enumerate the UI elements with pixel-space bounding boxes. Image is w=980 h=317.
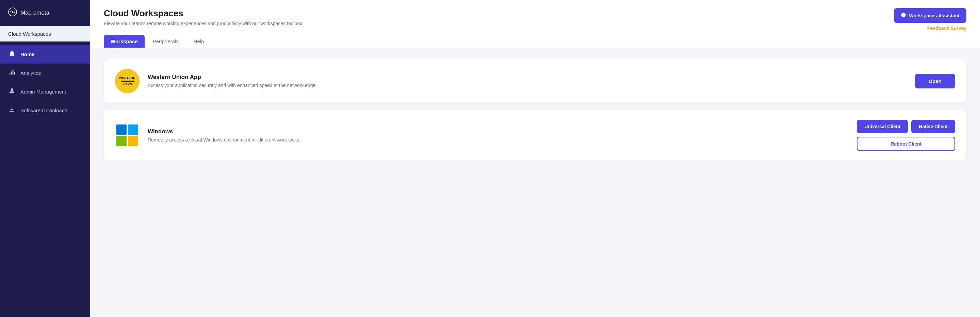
tabs: Workspace Peripherals Help (104, 35, 966, 48)
native-client-button[interactable]: Native Client (911, 120, 955, 133)
admin-label: Admin Management (21, 89, 66, 95)
win-tile-3 (116, 136, 127, 146)
win-tile-4 (128, 136, 138, 146)
sidebar-item-home[interactable]: Home (0, 45, 90, 63)
analytics-icon (8, 69, 16, 77)
western-union-actions: Open (915, 74, 955, 89)
western-union-logo: WESTERN UNION (115, 69, 140, 93)
downloads-label: Software Downloads (21, 108, 67, 113)
universal-client-button[interactable]: Universal Client (857, 120, 908, 133)
svg-rect-3 (11, 71, 12, 74)
win-tile-1 (116, 125, 127, 135)
western-union-card: WESTERN UNION Western Union App Access y… (104, 59, 966, 103)
assistant-icon (901, 12, 906, 19)
content-area: WESTERN UNION Western Union App Access y… (90, 48, 980, 172)
svg-point-1 (12, 11, 13, 13)
main-content: Cloud Workspaces Elevate your team's rem… (90, 0, 980, 317)
windows-info: Windows Remotely access a virtual Window… (148, 128, 849, 143)
page-title: Cloud Workspaces (104, 8, 304, 19)
client-buttons-row: Universal Client Native Client (857, 120, 955, 133)
windows-description: Remotely access a virtual Windows enviro… (148, 137, 849, 143)
sidebar-item-software-downloads[interactable]: Software Downloads (0, 101, 90, 120)
wu-bar (121, 81, 134, 82)
wu-text-union: UNION (123, 82, 132, 86)
workspaces-assistant-button[interactable]: Workspaces Assistant (894, 8, 966, 23)
svg-point-7 (903, 14, 904, 16)
sidebar-item-analytics[interactable]: Analytics (0, 63, 90, 82)
macrometa-logo-icon (8, 8, 17, 18)
home-icon (8, 50, 16, 58)
logo-area: Macrometa (0, 0, 90, 26)
windows-title: Windows (148, 128, 849, 135)
reboot-client-button[interactable]: Reboot Client (857, 137, 955, 151)
main-header: Cloud Workspaces Elevate your team's rem… (90, 0, 980, 48)
svg-rect-5 (14, 72, 15, 74)
header-top: Cloud Workspaces Elevate your team's rem… (104, 8, 966, 32)
open-button[interactable]: Open (915, 74, 955, 89)
feedback-survey-link[interactable]: Feedback Survey (927, 25, 966, 31)
sidebar-nav: Home Analytics Admin Management (0, 41, 90, 317)
wu-text-western: WESTERN (119, 76, 136, 80)
svg-rect-4 (13, 70, 14, 75)
home-label: Home (21, 51, 35, 57)
admin-icon (8, 88, 16, 95)
western-union-description: Access your application securely and wit… (148, 82, 907, 88)
page-subtitle: Elevate your team's remote working exper… (104, 21, 304, 26)
downloads-icon (8, 106, 16, 114)
header-actions: Workspaces Assistant Feedback Survey (894, 8, 966, 31)
sidebar-item-admin-management[interactable]: Admin Management (0, 82, 90, 101)
western-union-info: Western Union App Access your applicatio… (148, 74, 907, 88)
logo-text: Macrometa (21, 10, 49, 16)
win-tile-2 (128, 125, 138, 135)
windows-logo (115, 123, 140, 147)
windows-actions: Universal Client Native Client Reboot Cl… (857, 120, 955, 151)
app-name: Cloud Workspaces (0, 26, 90, 41)
assistant-button-label: Workspaces Assistant (909, 13, 959, 18)
svg-rect-2 (10, 73, 11, 74)
tab-help[interactable]: Help (187, 35, 211, 48)
tab-workspace[interactable]: Workspace (104, 35, 145, 48)
page-title-area: Cloud Workspaces Elevate your team's rem… (104, 8, 304, 32)
western-union-title: Western Union App (148, 74, 907, 81)
sidebar: Macrometa Cloud Workspaces Home Analytic… (0, 0, 90, 317)
svg-rect-6 (10, 111, 14, 112)
analytics-label: Analytics (21, 70, 41, 76)
tab-peripherals[interactable]: Peripherals (146, 35, 185, 48)
windows-card: Windows Remotely access a virtual Window… (104, 110, 966, 161)
